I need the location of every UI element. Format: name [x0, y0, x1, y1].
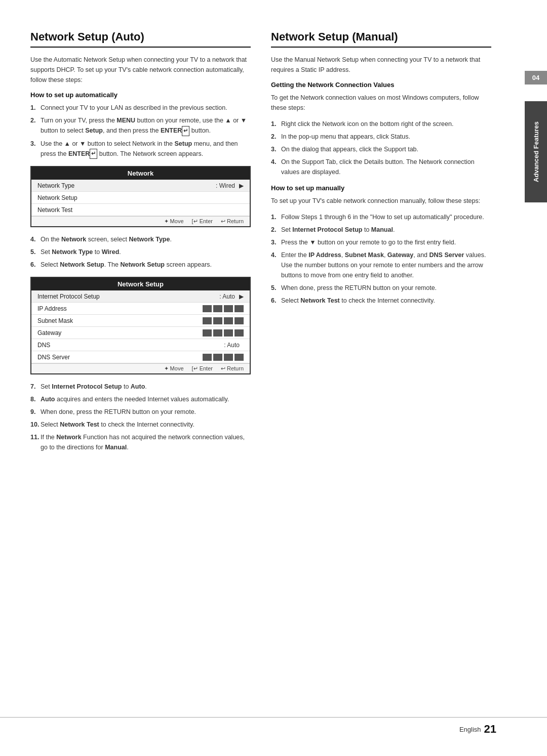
list-item: 4. On the Network screen, select Network… — [30, 234, 251, 244]
ip-address-row: IP Address — [31, 303, 250, 315]
chapter-title: Advanced Features — [525, 101, 547, 202]
dns-row: DNS : Auto — [31, 339, 250, 351]
block — [203, 354, 212, 361]
page-container: 04 Advanced Features Network Setup (Auto… — [0, 0, 547, 756]
list-item: 4. On the Support Tab, click the Details… — [271, 157, 491, 177]
subnet-mask-label: Subnet Mask — [37, 317, 203, 324]
block — [213, 305, 222, 312]
network-setup-row: Network Setup — [31, 192, 250, 204]
block — [213, 317, 222, 324]
network-setup-box: Network Setup Internet Protocol Setup : … — [30, 277, 251, 374]
network-box-footer: ✦ Move [↵ Enter ↩ Return — [31, 216, 250, 226]
network-box: Network Network Type : Wired ▶ Network S… — [30, 166, 251, 227]
manual-setup-title: How to set up manually — [271, 184, 491, 192]
block — [203, 329, 212, 337]
block — [235, 317, 244, 324]
page-footer: English 21 — [0, 717, 547, 736]
gateway-label: Gateway — [37, 329, 203, 337]
content-area: Network Setup (Auto) Use the Automatic N… — [30, 30, 491, 457]
block — [213, 354, 222, 361]
block — [203, 317, 212, 324]
footer-return2: ↩ Return — [221, 365, 244, 372]
network-type-label: Network Type — [37, 182, 216, 189]
list-item: 6. Select Network Setup. The Network Set… — [30, 260, 251, 270]
list-item: 10. Select Network Test to check the Int… — [30, 419, 251, 430]
manual-setup-intro: To set up your TV's cable network connec… — [271, 196, 491, 206]
dns-server-blocks — [203, 354, 244, 361]
ips-row: Internet Protocol Setup : Auto ▶ — [31, 290, 250, 303]
footer-move: ✦ Move — [164, 218, 184, 225]
network-type-value: : Wired — [216, 182, 235, 189]
list-item: 1. Connect your TV to your LAN as descri… — [30, 103, 251, 113]
dns-value: : Auto — [224, 342, 240, 349]
gateway-row: Gateway — [31, 327, 250, 339]
list-item: 7. Set Internet Protocol Setup to Auto. — [30, 382, 251, 392]
ips-value: : Auto — [219, 293, 235, 300]
footer-enter: [↵ Enter — [192, 218, 213, 225]
auto-setup-steps-list-3: 7. Set Internet Protocol Setup to Auto. … — [30, 382, 251, 452]
block — [224, 317, 233, 324]
footer-enter2: [↵ Enter — [192, 365, 213, 372]
getting-values-intro: To get the Network connection values on … — [271, 93, 491, 113]
list-item: 5. Set Network Type to Wired. — [30, 247, 251, 257]
ip-address-blocks — [203, 305, 244, 312]
block — [213, 329, 222, 337]
dns-label: DNS — [37, 342, 224, 349]
list-item: 2. Turn on your TV, press the MENU butto… — [30, 115, 251, 136]
chapter-number: 04 — [525, 71, 547, 85]
list-item: 5. When done, press the RETURN button on… — [271, 283, 491, 293]
left-intro-text: Use the Automatic Network Setup when con… — [30, 55, 251, 85]
list-item: 8. Auto acquires and enters the needed I… — [30, 394, 251, 404]
right-intro-text: Use the Manual Network Setup when connec… — [271, 55, 491, 75]
left-column: Network Setup (Auto) Use the Automatic N… — [30, 30, 251, 457]
right-section-title: Network Setup (Manual) — [271, 30, 491, 48]
gateway-blocks — [203, 329, 244, 337]
block — [224, 329, 233, 337]
block — [235, 305, 244, 312]
block — [203, 305, 212, 312]
getting-values-steps: 1. Right click the Network icon on the b… — [271, 119, 491, 177]
list-item: 3. Use the ▲ or ▼ button to select Netwo… — [30, 139, 251, 159]
list-item: 2. In the pop-up menu that appears, clic… — [271, 132, 491, 142]
network-setup-box-header: Network Setup — [31, 278, 250, 290]
footer-lang-text: English — [459, 726, 481, 733]
network-type-arrow: ▶ — [239, 182, 244, 189]
network-setup-label: Network Setup — [37, 194, 244, 201]
dns-server-label: DNS Server — [37, 354, 203, 361]
network-test-row: Network Test — [31, 204, 250, 216]
block — [235, 354, 244, 361]
auto-setup-steps-list: 1. Connect your TV to your LAN as descri… — [30, 103, 251, 159]
list-item: 4. Enter the IP Address, Subnet Mask, Ga… — [271, 250, 491, 280]
dns-server-row: DNS Server — [31, 351, 250, 363]
list-item: 1. Follow Steps 1 through 6 in the "How … — [271, 212, 491, 222]
auto-setup-steps-list-2: 4. On the Network screen, select Network… — [30, 234, 251, 270]
footer-return: ↩ Return — [221, 218, 244, 225]
subnet-blocks — [203, 317, 244, 324]
block — [224, 354, 233, 361]
ips-label: Internet Protocol Setup — [37, 293, 219, 300]
ip-address-label: IP Address — [37, 305, 203, 312]
footer-move2: ✦ Move — [164, 365, 184, 372]
network-type-row: Network Type : Wired ▶ — [31, 180, 250, 192]
footer-page-number: 21 — [484, 723, 496, 736]
block — [235, 329, 244, 337]
network-test-label: Network Test — [37, 206, 244, 214]
auto-setup-subsection-title: How to set up automatically — [30, 91, 251, 99]
network-box-header: Network — [31, 167, 250, 180]
left-section-title: Network Setup (Auto) — [30, 30, 251, 48]
list-item: 2. Set Internet Protocol Setup to Manual… — [271, 225, 491, 235]
list-item: 11. If the Network Function has not acqu… — [30, 432, 251, 452]
manual-setup-steps: 1. Follow Steps 1 through 6 in the "How … — [271, 212, 491, 306]
list-item: 6. Select Network Test to check the Inte… — [271, 296, 491, 306]
network-setup-box-footer: ✦ Move [↵ Enter ↩ Return — [31, 363, 250, 373]
block — [224, 305, 233, 312]
list-item: 9. When done, press the RETURN button on… — [30, 407, 251, 417]
list-item: 3. On the dialog that appears, click the… — [271, 144, 491, 154]
subnet-mask-row: Subnet Mask — [31, 315, 250, 327]
getting-values-title: Getting the Network Connection Values — [271, 81, 491, 89]
list-item: 3. Press the ▼ button on your remote to … — [271, 237, 491, 247]
right-column: Network Setup (Manual) Use the Manual Ne… — [271, 30, 491, 457]
ips-arrow: ▶ — [239, 293, 244, 300]
list-item: 1. Right click the Network icon on the b… — [271, 119, 491, 129]
